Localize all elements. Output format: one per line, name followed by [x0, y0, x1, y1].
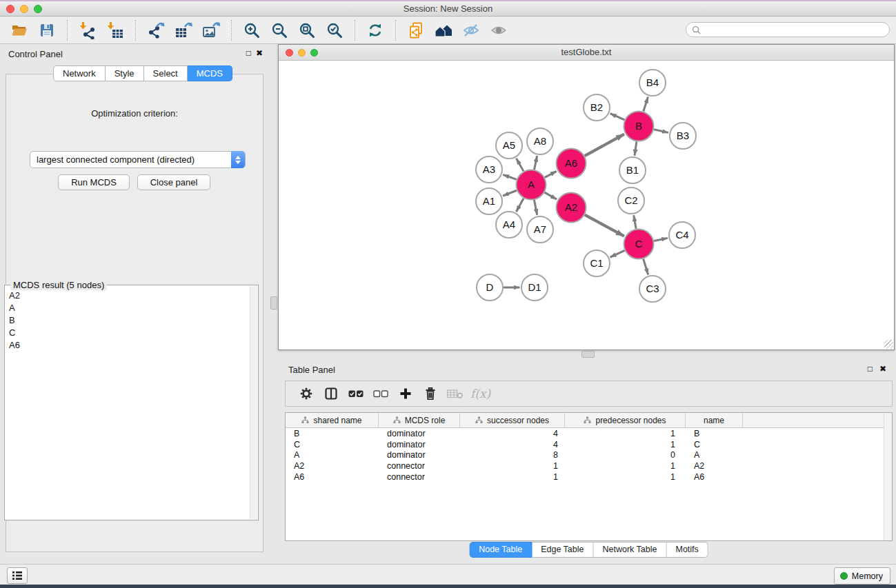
app-title: Session: New Session — [0, 1, 896, 16]
delete-table-icon[interactable] — [443, 383, 468, 404]
export-image-icon[interactable] — [197, 19, 225, 42]
network-canvas[interactable]: B4B2BB3A8A5A6B1A3AC2A1A2A4A7C4CC1DD1C3 — [279, 61, 894, 349]
mcds-result-item[interactable]: A6 — [5, 338, 250, 351]
graph-edge-A6-B[interactable] — [585, 134, 624, 156]
network-close-button[interactable] — [286, 49, 293, 57]
tab-network-table[interactable]: Network Table — [594, 542, 667, 558]
graph-node-label: B3 — [677, 130, 689, 141]
graph-node-label: C2 — [624, 194, 637, 206]
table-row[interactable]: A2connector11A2 — [286, 460, 884, 472]
column-header-shared-name[interactable]: shared name — [286, 413, 379, 427]
table-settings-gear-icon[interactable] — [294, 383, 319, 404]
hide-graphics-eye-slash-icon[interactable] — [457, 19, 485, 42]
graph-edge-C-C3[interactable] — [644, 259, 648, 275]
import-network-icon[interactable] — [74, 19, 101, 42]
column-header-successor-nodes[interactable]: successor nodes — [460, 413, 565, 427]
mcds-list-scrollbar[interactable] — [250, 286, 257, 519]
close-panel-icon[interactable]: ✖ — [256, 48, 263, 58]
zoom-window-button[interactable] — [34, 5, 42, 13]
graph-edge-B-B2[interactable] — [610, 114, 625, 120]
graph-edge-C-C2[interactable] — [634, 215, 636, 229]
network-window-titlebar[interactable]: testGlobe.txt — [279, 45, 894, 61]
duplicate-network-icon[interactable] — [402, 19, 430, 42]
graph-edge-A-A3[interactable] — [503, 174, 517, 179]
zoom-in-icon[interactable] — [238, 19, 266, 42]
graph-node-label: C1 — [590, 257, 603, 269]
home-icon[interactable] — [430, 19, 457, 42]
tab-node-table[interactable]: Node Table — [469, 542, 532, 558]
task-history-list-icon[interactable] — [7, 567, 28, 584]
tab-select[interactable]: Select — [144, 65, 188, 81]
zoom-fit-icon[interactable] — [293, 19, 321, 42]
export-network-icon[interactable] — [142, 19, 170, 42]
table-row[interactable]: Bdominator41B — [286, 428, 884, 439]
tab-network[interactable]: Network — [53, 65, 106, 81]
close-window-button[interactable] — [6, 5, 14, 13]
tab-motifs[interactable]: Motifs — [666, 542, 708, 558]
memory-button[interactable]: Memory — [834, 567, 890, 585]
add-column-plus-icon[interactable] — [393, 383, 418, 404]
graph-edge-A2-C[interactable] — [585, 215, 624, 236]
table-scrollbar[interactable] — [884, 413, 892, 540]
table-panel-title: Table Panel — [288, 365, 335, 375]
table-float-panel-icon[interactable]: □ — [868, 364, 873, 374]
column-header-predecessor-nodes[interactable]: predecessor nodes — [565, 413, 686, 427]
table-columns-icon[interactable] — [319, 383, 344, 404]
table-row[interactable]: Cdominator41C — [286, 439, 884, 450]
graph-edge-A-A2[interactable] — [545, 192, 557, 199]
network-window-title: testGlobe.txt — [279, 45, 894, 60]
network-minimize-button[interactable] — [298, 49, 306, 57]
import-table-icon[interactable] — [101, 19, 129, 42]
mcds-result-item[interactable]: C — [5, 326, 250, 338]
zoom-out-icon[interactable] — [266, 19, 293, 42]
table-close-panel-icon[interactable]: ✖ — [879, 364, 886, 374]
tab-style[interactable]: Style — [106, 65, 144, 81]
vertical-splitter-handle[interactable] — [270, 296, 277, 310]
dropdown-stepper-icon — [231, 151, 245, 168]
close-panel-button[interactable]: Close panel — [137, 174, 210, 190]
show-graphics-eye-icon[interactable] — [485, 19, 512, 42]
refresh-view-icon[interactable] — [361, 19, 389, 42]
mcds-result-item[interactable]: A2 — [5, 289, 250, 301]
float-panel-icon[interactable]: □ — [246, 48, 251, 58]
graph-edge-A-A7[interactable] — [534, 200, 537, 215]
graph-edge-C-C4[interactable] — [654, 238, 668, 241]
resize-grip-icon[interactable] — [884, 340, 893, 349]
network-zoom-button[interactable] — [310, 49, 318, 57]
graph-edge-A-A8[interactable] — [535, 156, 537, 170]
tab-edge-table[interactable]: Edge Table — [532, 542, 593, 558]
graph-edge-B-B4[interactable] — [644, 97, 648, 111]
minimize-window-button[interactable] — [20, 5, 28, 13]
graph-edge-A-A4[interactable] — [516, 199, 524, 212]
zoom-selected-icon[interactable] — [321, 19, 348, 42]
open-session-icon[interactable] — [6, 19, 33, 42]
node-table-body: Bdominator41BCdominator41CAdominator80AA… — [286, 428, 884, 540]
export-table-icon[interactable] — [170, 19, 197, 42]
select-all-checkboxes-icon[interactable] — [344, 383, 368, 404]
mcds-result-item[interactable]: A — [5, 301, 250, 314]
column-header-mcds-role[interactable]: MCDS role — [379, 413, 460, 427]
graph-edge-A-A1[interactable] — [503, 190, 517, 196]
graph-edge-A-A6[interactable] — [545, 171, 557, 177]
column-header-name[interactable]: name — [686, 413, 743, 427]
graph-edge-B-B1[interactable] — [635, 141, 637, 155]
tree-icon — [301, 416, 309, 424]
search-input[interactable] — [704, 23, 889, 37]
criterion-dropdown[interactable]: largest connected component (directed) — [30, 151, 246, 168]
run-mcds-button[interactable]: Run MCDS — [58, 174, 130, 190]
tab-mcds[interactable]: MCDS — [188, 65, 232, 81]
save-session-icon[interactable] — [33, 19, 61, 42]
mcds-result-item[interactable]: B — [5, 314, 250, 326]
search-field[interactable] — [686, 22, 890, 37]
graph-edge-B-B3[interactable] — [654, 130, 668, 133]
graph-edge-A-A5[interactable] — [517, 159, 524, 172]
graph-edge-C-C1[interactable] — [610, 250, 625, 257]
network-graph[interactable]: B4B2BB3A8A5A6B1A3AC2A1A2A4A7C4CC1DD1C3 — [279, 61, 894, 349]
desktop-background — [0, 585, 896, 588]
horizontal-splitter-handle[interactable] — [581, 351, 595, 358]
deselect-all-checkboxes-icon[interactable] — [368, 383, 393, 404]
function-builder-icon[interactable]: f(x) — [470, 387, 490, 401]
table-row[interactable]: A6connector11A6 — [286, 472, 884, 483]
table-row[interactable]: Adominator80A — [286, 450, 884, 461]
delete-column-trash-icon[interactable] — [418, 383, 443, 404]
